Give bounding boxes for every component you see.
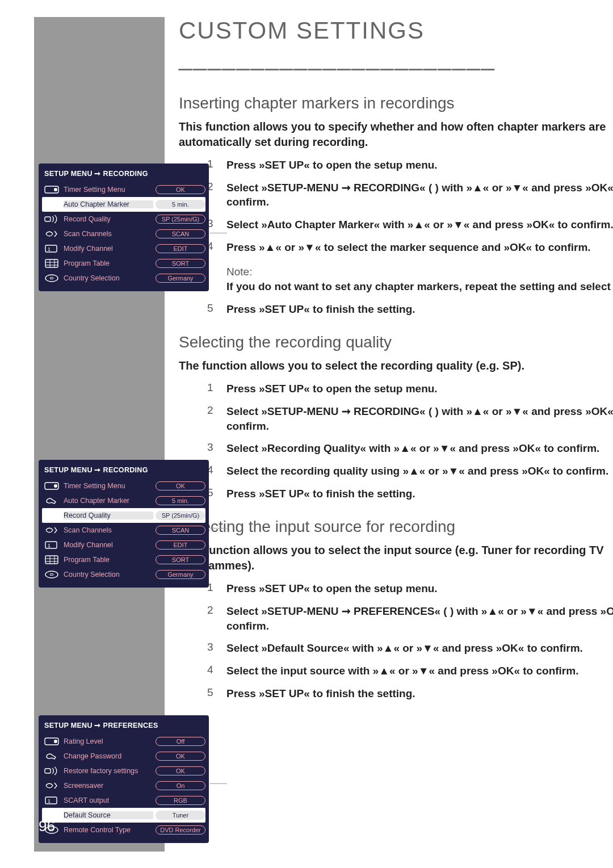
menu-row-value: Off: [156, 737, 205, 746]
menu-row[interactable]: Change PasswordOK: [42, 749, 205, 764]
menu-row-label: Country Selection: [64, 571, 153, 578]
menu-row[interactable]: Remote Control TypeDVD Recorder: [42, 823, 205, 837]
instruction-step: 3Select »Recording Quality« with »▲« or …: [207, 441, 613, 456]
menu-row-label: Program Table: [64, 556, 153, 564]
setup-menu-panel: SETUP MENU ➞ RECORDINGTimer Setting Menu…: [39, 460, 209, 588]
menu-row-value: 5 min.: [156, 200, 205, 209]
indicator-line: [210, 783, 227, 784]
instruction-step: 2Select »SETUP-MENU ➞ RECORDING« ( ) wit…: [207, 404, 613, 433]
menu-row-label: Auto Chapter Marker: [64, 200, 153, 208]
menu-row[interactable]: Country SelectionGermany: [42, 271, 205, 286]
step-number: 5: [207, 686, 217, 701]
menu-row-label: Remote Control Type: [64, 826, 153, 834]
menu-row[interactable]: Modify ChannelEDIT: [42, 538, 205, 552]
note-label: Note:: [226, 266, 613, 278]
panel-title: SETUP MENU ➞ RECORDING: [42, 167, 205, 182]
instruction-step: 2Select »SETUP-MENU ➞ RECORDING« ( ) wit…: [207, 181, 613, 209]
menu-row-value: Germany: [156, 570, 205, 579]
step-text: Select »SETUP-MENU ➞ RECORDING« ( ) with…: [226, 404, 613, 433]
page-number: 96: [39, 817, 55, 835]
menu-row-value: 5 min.: [156, 496, 205, 505]
step-text: Select »Auto Chapter Marker« with »▲« or…: [226, 217, 613, 232]
menu-row-value: OK: [156, 185, 205, 194]
disc-icon: [42, 569, 61, 580]
menu-row-value: SCAN: [156, 526, 205, 535]
grid-icon: [42, 555, 61, 565]
step-text: Press »SET UP« to finish the setting.: [226, 487, 415, 501]
sound-icon: [42, 214, 61, 224]
grid-icon: [42, 258, 61, 269]
menu-row-value: SP (25min/G): [156, 511, 205, 520]
menu-row[interactable]: Country SelectionGermany: [42, 567, 205, 582]
menu-row-value: SP (25min/G): [156, 215, 205, 224]
step-text: Select the input source with »▲« or »▼« …: [226, 664, 578, 678]
menu-row[interactable]: Scan ChannelsSCAN: [42, 523, 205, 538]
instruction-step: 4Select the input source with »▲« or »▼«…: [207, 664, 613, 678]
menu-row-label: Record Quality: [64, 215, 153, 223]
instruction-step: 4Press »▲« or »▼« to select the marker s…: [207, 240, 613, 255]
menu-row-label: Rating Level: [64, 737, 153, 745]
step-text: Press »SET UP« to finish the setting.: [226, 686, 415, 701]
instruction-step: 1Press »SET UP« to open the setup menu.: [207, 158, 613, 173]
instruction-step: 5Press »SET UP« to finish the setting.: [207, 302, 613, 317]
menu-row[interactable]: Auto Chapter Marker5 min.: [42, 197, 205, 212]
menu-row[interactable]: Auto Chapter Marker5 min.: [42, 493, 205, 508]
menu-row[interactable]: ScreensaverOn: [42, 778, 205, 793]
step-text: Select »Recording Quality« with »▲« or »…: [226, 441, 599, 456]
menu-row[interactable]: Timer Setting MenuOK: [42, 479, 205, 493]
menu-row-value: DVD Recorder: [156, 825, 205, 835]
section-intro: This function allows you to specify whet…: [179, 119, 613, 150]
menu-row-value: OK: [156, 481, 205, 490]
menu-row-value: EDIT: [156, 244, 205, 253]
step-number: 2: [207, 604, 217, 633]
hand-icon: [42, 496, 61, 506]
section-intro: This function allows you to select the i…: [179, 543, 613, 573]
menu-row-label: Screensaver: [64, 782, 153, 790]
menu-row-label: Modify Channel: [64, 541, 153, 549]
instruction-step: 5Press »SET UP« to finish the setting.: [207, 686, 613, 701]
rec-icon: [42, 184, 61, 195]
hand-icon: [42, 751, 61, 761]
menu-row[interactable]: Restore factory settingsOK: [42, 764, 205, 778]
menu-row[interactable]: SCART outputRGB: [42, 793, 205, 808]
hand-icon: [42, 199, 61, 209]
menu-row-label: Default Source: [64, 811, 153, 819]
tv-icon: [42, 244, 61, 254]
menu-row[interactable]: Program TableSORT: [42, 552, 205, 567]
menu-row-value: On: [156, 781, 205, 790]
step-text: Select the recording quality using »▲« o…: [226, 464, 608, 479]
panel-title: SETUP MENU ➞ PREFERENCES: [42, 719, 205, 734]
step-text: Press »▲« or »▼« to select the marker se…: [226, 240, 591, 255]
menu-row[interactable]: Record QualitySP (25min/G): [42, 212, 205, 227]
scan-icon: [42, 525, 61, 535]
menu-row[interactable]: Program TableSORT: [42, 256, 205, 271]
menu-row[interactable]: Timer Setting MenuOK: [42, 182, 205, 197]
step-number: 3: [207, 641, 217, 656]
menu-row[interactable]: Scan ChannelsSCAN: [42, 227, 205, 241]
menu-row-value: SCAN: [156, 229, 205, 238]
menu-row[interactable]: Modify ChannelEDIT: [42, 241, 205, 256]
menu-row-label: Modify Channel: [64, 245, 153, 253]
menu-row-label: SCART output: [64, 796, 153, 804]
step-text: Press »SET UP« to finish the setting.: [226, 302, 415, 317]
step-text: Press »SET UP« to open the setup menu.: [226, 581, 438, 596]
menu-row-value: EDIT: [156, 540, 205, 550]
scan-icon: [42, 781, 61, 791]
rec-icon: [42, 481, 61, 491]
menu-row-value: OK: [156, 752, 205, 761]
disc-icon: [42, 273, 61, 283]
step-text: Press »SET UP« to open the setup menu.: [226, 381, 438, 396]
menu-row[interactable]: Default SourceTuner: [42, 808, 205, 823]
menu-row-label: Change Password: [64, 752, 153, 760]
menu-row[interactable]: Rating LevelOff: [42, 734, 205, 749]
menu-row-label: Timer Setting Menu: [64, 482, 153, 490]
menu-row-value: OK: [156, 766, 205, 775]
rec-icon: [42, 736, 61, 747]
menu-row-label: Restore factory settings: [64, 767, 153, 775]
menu-row-label: Scan Channels: [64, 526, 153, 534]
menu-row-value: Tuner: [156, 811, 205, 820]
menu-row[interactable]: Record QualitySP (25min/G): [42, 508, 205, 523]
menu-row-value: Germany: [156, 274, 205, 283]
instruction-step: 1Press »SET UP« to open the setup menu.: [207, 581, 613, 596]
step-number: 2: [207, 404, 217, 433]
